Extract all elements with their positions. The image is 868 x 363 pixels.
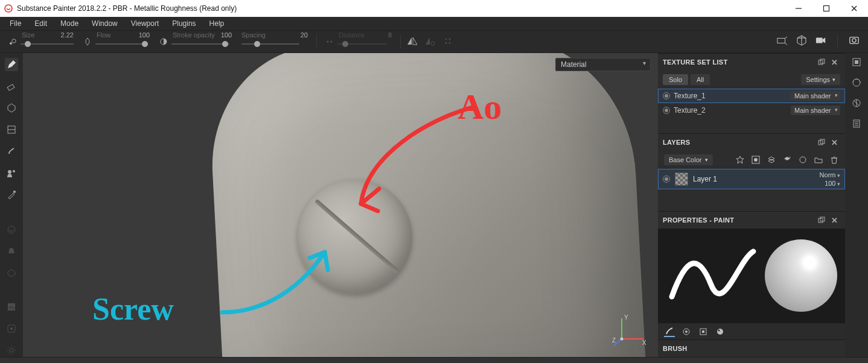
layers-channel-dropdown[interactable]: Base Color▾ <box>664 154 713 165</box>
clone-tool-button[interactable] <box>5 166 18 180</box>
properties-tab-material[interactable] <box>715 326 726 337</box>
texture-set-solo-tab[interactable]: Solo <box>663 74 688 85</box>
layer-opacity-dropdown[interactable]: 100 <box>825 180 840 187</box>
spacing-slider[interactable] <box>241 43 299 45</box>
symmetry-settings-button[interactable] <box>425 36 436 48</box>
svg-point-12 <box>449 38 451 40</box>
menu-window[interactable]: Window <box>86 18 124 29</box>
add-mask-button[interactable] <box>751 155 761 165</box>
paint-tool-button[interactable] <box>5 58 18 71</box>
size-value: 2.22 <box>61 31 74 39</box>
window-minimize-button[interactable] <box>785 0 812 17</box>
svg-text:+: + <box>788 156 791 160</box>
window-close-button[interactable] <box>840 0 868 17</box>
layers-title: LAYERS <box>663 139 814 146</box>
distance-slider <box>337 43 387 45</box>
stroke-opacity-control[interactable]: Stroke opacity 100 <box>156 31 235 52</box>
size-slider[interactable] <box>21 43 74 45</box>
smudge-tool-button[interactable] <box>5 145 18 158</box>
send-to-photoshop-icon[interactable]: Ps <box>5 300 18 314</box>
symmetry-x-button[interactable] <box>407 36 418 48</box>
symmetry-radial-button[interactable] <box>443 36 453 48</box>
texture-set-settings-button[interactable] <box>851 57 862 70</box>
texture-set-settings-dropdown[interactable]: Settings▾ <box>801 74 840 85</box>
material-picker-tool-button[interactable] <box>5 188 18 201</box>
status-bar <box>0 357 868 363</box>
camera-button[interactable] <box>815 35 826 48</box>
texture-set-list-title: TEXTURE SET LIST <box>663 58 814 66</box>
substance-share-icon[interactable] <box>5 223 18 236</box>
properties-tab-brush[interactable] <box>664 326 675 337</box>
panel-undock-button[interactable] <box>816 215 827 226</box>
add-effect-button[interactable] <box>735 155 745 165</box>
menu-edit[interactable]: Edit <box>28 18 53 29</box>
projection-tool-button[interactable] <box>5 101 18 115</box>
menu-plugins[interactable]: Plugins <box>166 18 202 29</box>
add-fill-layer-button[interactable]: + <box>782 155 792 165</box>
properties-tab-stencil[interactable] <box>698 326 709 337</box>
panel-undock-button[interactable] <box>816 137 827 148</box>
svg-text:Z: Z <box>612 337 616 344</box>
menu-mode[interactable]: Mode <box>54 18 85 29</box>
svg-point-9 <box>331 41 333 43</box>
size-icon <box>8 37 17 46</box>
panel-close-button[interactable]: ✕ <box>829 137 840 148</box>
texture-set-row[interactable]: Texture_2 Main shader <box>658 103 845 118</box>
axis-gizmo[interactable]: Y X Z <box>612 312 648 349</box>
spacing-label: Spacing <box>241 31 266 39</box>
window-title: Substance Painter 2018.2.2 - PBR - Metal… <box>17 4 785 13</box>
flow-control[interactable]: Flow 100 <box>80 31 153 52</box>
3d-viewport[interactable]: Ao Screw Material Y X Z <box>23 53 658 357</box>
size-control[interactable]: Size 2.22 <box>5 31 77 52</box>
panel-close-button[interactable]: ✕ <box>829 215 840 226</box>
window-maximize-button[interactable] <box>812 0 840 17</box>
panel-close-button[interactable]: ✕ <box>829 57 840 68</box>
layer-row[interactable]: Layer 1 Norm 100 <box>658 169 845 189</box>
texture-set-all-tab[interactable]: All <box>691 74 710 85</box>
visibility-toggle-icon[interactable] <box>663 107 670 114</box>
shader-settings-button[interactable] <box>851 98 862 111</box>
visibility-toggle-icon[interactable] <box>663 92 670 99</box>
iray-render-button[interactable] <box>849 35 860 48</box>
flow-label: Flow <box>97 31 110 39</box>
layer-blend-mode-dropdown[interactable]: Norm <box>820 171 840 178</box>
svg-point-30 <box>10 349 13 352</box>
menu-viewport[interactable]: Viewport <box>125 18 165 29</box>
svg-point-10 <box>431 42 435 45</box>
panel-undock-button[interactable] <box>816 57 827 68</box>
display-settings-button[interactable] <box>851 77 862 90</box>
texture-set-row[interactable]: Texture_1 Main shader <box>658 89 845 103</box>
menu-help[interactable]: Help <box>203 18 231 29</box>
layer-visibility-toggle[interactable] <box>663 175 670 183</box>
settings-gear-icon[interactable] <box>5 344 18 357</box>
eraser-tool-button[interactable] <box>5 80 18 93</box>
mesh-preview <box>206 53 649 357</box>
stroke-opacity-slider[interactable] <box>171 43 229 45</box>
texture-set-shader-dropdown[interactable]: Main shader <box>791 91 840 101</box>
texture-set-name: Texture_2 <box>674 106 706 115</box>
flow-icon <box>83 37 92 46</box>
rendering-mode-button[interactable] <box>796 35 807 48</box>
svg-point-49 <box>685 330 688 333</box>
delete-layer-button[interactable] <box>829 155 839 165</box>
menu-file[interactable]: File <box>4 18 27 29</box>
perspective-button[interactable] <box>777 35 788 48</box>
properties-tab-alpha[interactable] <box>681 326 692 337</box>
flow-slider[interactable] <box>95 43 148 45</box>
viewport-material-dropdown[interactable]: Material <box>555 58 651 71</box>
add-layer-button[interactable] <box>767 155 776 165</box>
spacing-control[interactable]: Spacing 20 <box>238 31 311 52</box>
layer-thumbnail[interactable] <box>675 172 688 186</box>
polygon-fill-tool-button[interactable] <box>5 123 18 136</box>
svg-point-22 <box>8 170 11 174</box>
substance-source-icon[interactable] <box>5 267 18 280</box>
texture-set-shader-dropdown[interactable]: Main shader <box>791 106 840 115</box>
notifications-icon[interactable] <box>5 245 18 258</box>
right-mini-rail <box>845 53 868 357</box>
brush-panel-title: BRUSH <box>663 345 840 352</box>
layer-name[interactable]: Layer 1 <box>693 175 815 183</box>
resources-updater-icon[interactable] <box>5 322 18 335</box>
add-smart-material-button[interactable] <box>798 155 808 165</box>
history-log-button[interactable] <box>851 118 862 131</box>
add-folder-button[interactable] <box>814 155 823 165</box>
